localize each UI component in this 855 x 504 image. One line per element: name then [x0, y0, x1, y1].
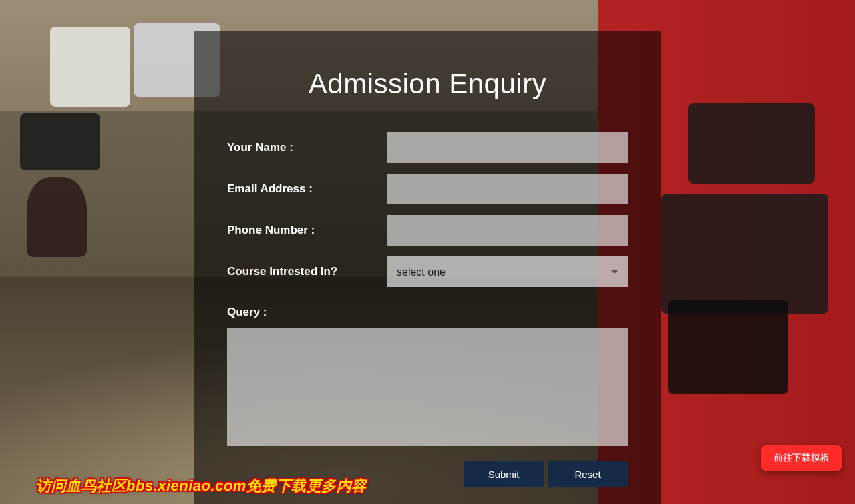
bg-person-left	[27, 177, 87, 257]
enquiry-card: Admission Enquiry Your Name : Email Addr…	[194, 31, 661, 504]
email-label: Email Address :	[227, 182, 387, 196]
query-textarea[interactable]	[227, 328, 628, 446]
name-input[interactable]	[387, 132, 628, 163]
phone-input[interactable]	[387, 215, 628, 246]
bg-desk-right	[668, 300, 788, 394]
row-email: Email Address :	[227, 174, 628, 204]
course-label: Course Intrested In?	[227, 265, 387, 278]
bg-monitor-right-top	[688, 103, 815, 184]
form-title: Admission Enquiry	[227, 68, 628, 100]
submit-button[interactable]: Submit	[464, 461, 544, 487]
reset-button[interactable]: Reset	[548, 461, 628, 487]
email-input[interactable]	[387, 174, 628, 204]
bg-monitor-left	[20, 113, 100, 170]
name-label: Your Name :	[227, 141, 387, 154]
bg-whiteboard	[50, 27, 130, 107]
row-course: Course Intrested In? select one	[227, 256, 628, 287]
watermark-text: 访问血鸟社区bbs.xieniao.com免费下载更多内容	[36, 476, 367, 496]
download-template-button[interactable]: 前往下载模板	[761, 445, 842, 471]
course-select-wrap: select one	[387, 256, 628, 287]
row-name: Your Name :	[227, 132, 628, 163]
query-label: Query :	[227, 306, 628, 319]
phone-label: Phone Number :	[227, 224, 387, 237]
course-select[interactable]: select one	[387, 256, 628, 287]
row-phone: Phone Number :	[227, 215, 628, 246]
bg-monitor-right-mid	[661, 194, 828, 314]
